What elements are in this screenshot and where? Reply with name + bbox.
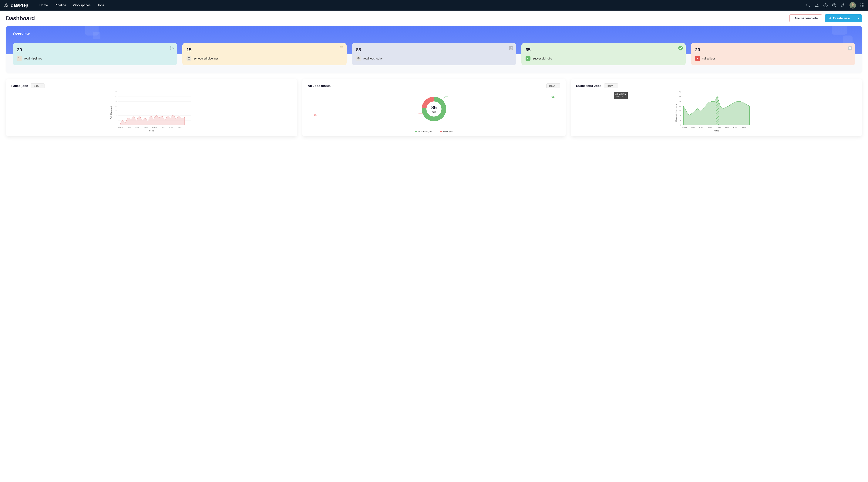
failed-chart-range-select[interactable]: Today bbox=[31, 84, 45, 88]
kpi-total-pipelines[interactable]: 20 Total Pipelines bbox=[13, 43, 177, 65]
svg-text:9 PM: 9 PM bbox=[178, 126, 182, 128]
kpi-scheduled-pipelines[interactable]: 15 Scheduled pipelines bbox=[182, 43, 347, 65]
donut-success-value: 65 bbox=[551, 95, 555, 98]
kpi-value: 65 bbox=[526, 47, 681, 53]
kpi-label: Successful jobs bbox=[532, 57, 552, 60]
kpi-value: 20 bbox=[695, 47, 851, 53]
successful-jobs-chart-card: Successful Jobs Today Successfull job co… bbox=[571, 79, 862, 137]
svg-point-11 bbox=[20, 58, 20, 59]
svg-text:50: 50 bbox=[679, 100, 681, 102]
svg-text:20: 20 bbox=[679, 115, 681, 117]
success-chart-range-select[interactable]: Today bbox=[604, 84, 618, 88]
logo[interactable]: DataPrep bbox=[4, 3, 28, 8]
nav-home[interactable]: Home bbox=[39, 3, 48, 7]
svg-point-7 bbox=[170, 49, 171, 50]
select-value: Today bbox=[549, 85, 555, 87]
jobs-status-donut: 85 Jobs 65 20 bbox=[308, 91, 560, 129]
svg-point-1 bbox=[825, 5, 826, 6]
page-title: Dashboard bbox=[6, 15, 35, 22]
donut-range-select[interactable]: Today bbox=[546, 84, 560, 88]
legend-failed-label: Failed jobs bbox=[443, 130, 453, 132]
nav-jobs[interactable]: Jobs bbox=[97, 3, 104, 7]
svg-text:30: 30 bbox=[679, 110, 681, 112]
calendar-icon bbox=[339, 46, 344, 51]
kpi-value: 15 bbox=[187, 47, 342, 53]
kpi-successful-jobs[interactable]: 65 Successful jobs bbox=[521, 43, 686, 65]
chevron-down-icon bbox=[857, 17, 860, 20]
kpi-label: Failed jobs bbox=[702, 57, 716, 60]
page-header: Dashboard Browse template + Create new bbox=[6, 14, 862, 22]
donut-center-label: Jobs bbox=[431, 111, 437, 113]
bell-icon[interactable] bbox=[815, 3, 819, 7]
svg-text:6 PM: 6 PM bbox=[169, 126, 174, 128]
overview-title: Overview bbox=[13, 32, 855, 36]
svg-text:5: 5 bbox=[116, 100, 117, 102]
logo-icon bbox=[4, 3, 9, 8]
kpi-label: Total jobs today bbox=[363, 57, 382, 60]
chart-tooltip: Job Count: 5 Time: 12 - 1 bbox=[614, 92, 628, 99]
create-new-button[interactable]: + Create new bbox=[825, 14, 855, 22]
svg-point-8 bbox=[173, 48, 174, 49]
svg-text:3 PM: 3 PM bbox=[161, 126, 165, 128]
svg-text:6 PM: 6 PM bbox=[733, 126, 737, 128]
svg-text:2: 2 bbox=[116, 115, 117, 117]
legend-success-label: Successful jobs bbox=[418, 130, 432, 132]
svg-text:12 AM: 12 AM bbox=[118, 126, 123, 128]
svg-text:40: 40 bbox=[679, 105, 681, 107]
branch-icon bbox=[169, 46, 175, 51]
svg-text:Failed job count: Failed job count bbox=[110, 106, 112, 119]
svg-rect-13 bbox=[188, 58, 190, 59]
app-name: DataPrep bbox=[10, 3, 28, 8]
play-square-icon bbox=[356, 56, 361, 61]
jobs-status-chart-card: All Jobs status Today bbox=[303, 79, 565, 137]
rocket-icon[interactable] bbox=[841, 3, 845, 7]
check-circle-icon bbox=[526, 56, 530, 61]
svg-rect-15 bbox=[358, 57, 359, 59]
chart-title: Failed jobs bbox=[11, 84, 28, 88]
svg-text:6: 6 bbox=[116, 96, 117, 98]
chart-title: All Jobs status bbox=[308, 84, 331, 88]
svg-point-0 bbox=[807, 4, 809, 6]
nav-workspaces[interactable]: Workspaces bbox=[73, 3, 90, 7]
avatar[interactable] bbox=[849, 2, 856, 8]
nav-pipeline[interactable]: Pipeline bbox=[55, 3, 66, 7]
help-icon[interactable] bbox=[832, 3, 836, 7]
svg-text:Hours: Hours bbox=[714, 130, 719, 132]
chevron-down-icon bbox=[615, 85, 616, 87]
close-circle-icon bbox=[695, 56, 700, 61]
chevron-down-icon bbox=[557, 85, 559, 87]
calendar-icon bbox=[187, 56, 191, 61]
select-value: Today bbox=[33, 85, 39, 87]
svg-text:7: 7 bbox=[116, 91, 117, 93]
gear-icon[interactable] bbox=[824, 3, 828, 7]
search-icon[interactable] bbox=[806, 3, 810, 7]
svg-text:0: 0 bbox=[116, 124, 117, 126]
svg-text:1: 1 bbox=[116, 119, 117, 121]
kpi-total-jobs[interactable]: 85 Total jobs today bbox=[352, 43, 516, 65]
create-new-dropdown[interactable] bbox=[855, 14, 862, 22]
apps-grid-icon[interactable] bbox=[861, 3, 864, 7]
chart-title: Successful Jobs bbox=[576, 84, 601, 88]
donut-legend: Successful jobs Failed jobs bbox=[308, 130, 560, 132]
branch-icon bbox=[17, 56, 22, 61]
check-circle-icon bbox=[678, 46, 683, 51]
svg-point-10 bbox=[19, 59, 19, 59]
svg-text:10: 10 bbox=[679, 119, 681, 121]
svg-text:4: 4 bbox=[116, 105, 117, 107]
kpi-value: 85 bbox=[356, 47, 512, 53]
svg-text:9 AM: 9 AM bbox=[144, 126, 148, 128]
browse-template-button[interactable]: Browse template bbox=[789, 14, 822, 22]
svg-text:12 PM: 12 PM bbox=[716, 126, 721, 128]
donut-failed-value: 20 bbox=[313, 114, 317, 117]
main-nav: Home Pipeline Workspaces Jobs bbox=[39, 3, 104, 7]
svg-text:9 PM: 9 PM bbox=[742, 126, 746, 128]
create-new-label: Create new bbox=[833, 17, 850, 20]
chevron-down-icon[interactable] bbox=[333, 85, 336, 87]
svg-text:0: 0 bbox=[680, 124, 681, 126]
kpi-label: Scheduled pipelines bbox=[193, 57, 219, 60]
svg-point-5 bbox=[851, 3, 854, 6]
svg-rect-14 bbox=[509, 47, 513, 50]
kpi-failed-jobs[interactable]: 20 Failed jobs bbox=[691, 43, 855, 65]
overview-card: Overview 20 Total Pipelines 15 Scheduled… bbox=[6, 26, 862, 73]
donut-center-value: 85 bbox=[431, 104, 437, 111]
